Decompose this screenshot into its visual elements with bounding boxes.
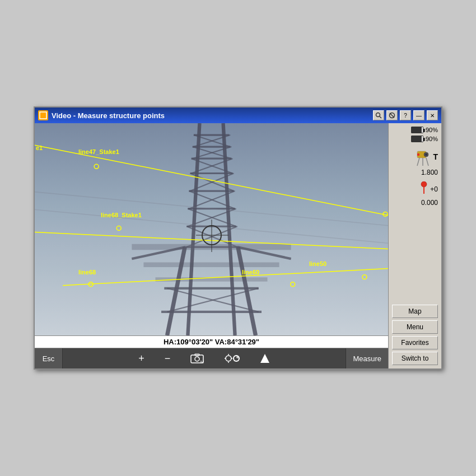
- video-area: e1 line47_Stake1 line68_Stake1 line68 li…: [35, 123, 388, 368]
- minus-button[interactable]: −: [160, 352, 175, 366]
- svg-line-3: [380, 116, 381, 118]
- close-button[interactable]: ✕: [427, 110, 438, 120]
- instrument-icon: [415, 147, 431, 167]
- switch-to-button[interactable]: Switch to: [392, 352, 438, 365]
- svg-line-69: [417, 158, 419, 166]
- svg-point-64: [236, 356, 239, 358]
- battery-row-1: 90%: [392, 127, 438, 133]
- svg-point-1: [41, 114, 45, 117]
- label-line60: line60: [242, 269, 259, 276]
- pin-icon: [420, 181, 428, 197]
- plus-button[interactable]: +: [134, 352, 149, 366]
- svg-point-57: [226, 356, 231, 361]
- measure-button[interactable]: Measure: [346, 348, 388, 368]
- battery-1-percent: 90%: [426, 127, 438, 133]
- help-button[interactable]: ?: [400, 110, 411, 120]
- offset-label: +0: [430, 185, 438, 193]
- toolbar-center: + − M: [63, 348, 346, 368]
- bottom-toolbar: Esc + − M: [35, 348, 388, 368]
- svg-point-54: [195, 357, 199, 361]
- video-viewport: e1 line47_Stake1 line68_Stake1 line68 li…: [35, 123, 388, 335]
- brightness-button[interactable]: [220, 352, 244, 365]
- main-content: e1 line47_Stake1 line68_Stake1 line68 li…: [35, 123, 441, 368]
- offset-section: +0 0.000: [392, 181, 438, 207]
- title-controls: ? — ✕: [373, 110, 438, 120]
- label-line47: line47_Stake1: [78, 148, 119, 155]
- menu-button[interactable]: Menu: [392, 320, 438, 334]
- status-bar: HA:109°03'20" VA:84°31'29": [35, 335, 388, 348]
- svg-point-2: [376, 113, 380, 117]
- instrument-section: T 1.800: [392, 147, 438, 177]
- battery-row-2: 90%: [392, 136, 438, 142]
- offset-value: 0.000: [421, 199, 438, 207]
- svg-marker-65: [260, 354, 269, 363]
- battery-2-percent: 90%: [426, 136, 438, 142]
- esc-button[interactable]: Esc: [35, 348, 63, 368]
- battery-icon-1: [411, 127, 423, 133]
- search-button[interactable]: [373, 110, 384, 120]
- right-buttons: Map Menu Favorites Switch to: [392, 305, 438, 365]
- crosshair: [202, 225, 222, 245]
- label-line68-stake1: line68_Stake1: [101, 212, 142, 218]
- svg-text:M: M: [200, 360, 204, 364]
- main-window: Video - Measure structure points ? — ✕: [34, 106, 442, 370]
- block-button[interactable]: [386, 110, 398, 120]
- window-title: Video - Measure structure points: [52, 111, 373, 120]
- svg-point-68: [425, 153, 427, 156]
- svg-point-73: [421, 181, 427, 187]
- label-line50: line50: [309, 260, 326, 267]
- battery-icon-2: [411, 136, 423, 142]
- label-e1: e1: [36, 144, 43, 151]
- t-value: 1.800: [421, 169, 438, 176]
- up-button[interactable]: [255, 352, 274, 365]
- title-bar: Video - Measure structure points ? — ✕: [35, 108, 441, 123]
- right-panel: 90% 90%: [388, 123, 441, 368]
- map-button[interactable]: Map: [392, 305, 438, 318]
- label-line68: line68: [78, 269, 96, 276]
- status-text: HA:109°03'20" VA:84°31'29": [164, 338, 259, 346]
- favorites-button[interactable]: Favorites: [392, 336, 438, 349]
- app-icon: [38, 110, 48, 120]
- minimize-button[interactable]: —: [413, 110, 424, 120]
- svg-line-71: [426, 158, 428, 166]
- camera-button[interactable]: M: [186, 352, 208, 365]
- t-label: T: [433, 152, 438, 161]
- svg-rect-72: [417, 153, 419, 156]
